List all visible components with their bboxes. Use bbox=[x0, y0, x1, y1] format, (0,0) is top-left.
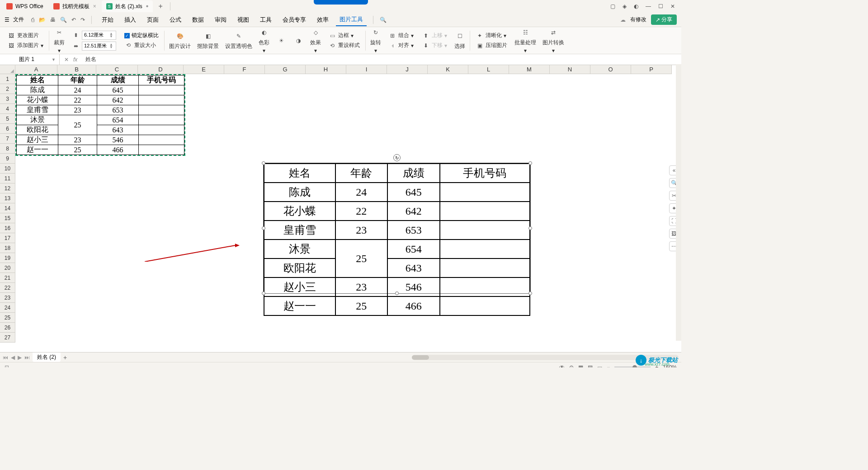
file-menu[interactable]: 文件 bbox=[13, 16, 24, 24]
row-header[interactable]: 3 bbox=[0, 94, 15, 104]
border-button[interactable]: ▭边框▾ bbox=[328, 32, 360, 40]
resize-handle[interactable] bbox=[262, 161, 265, 165]
row-header[interactable]: 20 bbox=[0, 263, 15, 273]
cell[interactable]: 姓名 bbox=[17, 75, 58, 85]
resize-handle[interactable] bbox=[528, 161, 532, 165]
contrast-button[interactable]: ◑ bbox=[291, 35, 306, 46]
resize-handle[interactable] bbox=[395, 291, 399, 295]
page-view-icon[interactable]: ▤ bbox=[588, 364, 593, 368]
row-header[interactable]: 6 bbox=[0, 124, 15, 134]
name-box[interactable]: 图片 1▼ bbox=[15, 54, 60, 65]
tab-file[interactable]: S姓名 (2).xls• bbox=[102, 0, 153, 12]
menu-start[interactable]: 开始 bbox=[98, 14, 117, 26]
row-header[interactable]: 1 bbox=[0, 74, 15, 84]
cell[interactable]: 25 bbox=[58, 145, 97, 155]
color-button[interactable]: ◐色彩▾ bbox=[257, 27, 271, 54]
col-header[interactable]: L bbox=[468, 65, 509, 74]
lock-ratio-checkbox[interactable]: ✓锁定纵横比 bbox=[124, 32, 159, 39]
menu-tools[interactable]: 工具 bbox=[256, 14, 275, 26]
col-header[interactable]: K bbox=[428, 65, 468, 74]
close-button[interactable]: ✕ bbox=[670, 3, 675, 9]
select-all-corner[interactable]: ◢ bbox=[0, 65, 15, 74]
cell[interactable] bbox=[139, 85, 184, 95]
row-header[interactable]: 10 bbox=[0, 164, 15, 174]
reset-style-button[interactable]: ⟲重设样式 bbox=[328, 42, 360, 50]
row-header[interactable]: 18 bbox=[0, 243, 15, 253]
menu-member[interactable]: 会员专享 bbox=[279, 14, 310, 26]
vertical-scrollbar[interactable] bbox=[676, 64, 681, 341]
eye-icon[interactable]: 👁 bbox=[559, 364, 565, 368]
rotate-handle[interactable]: ↻ bbox=[393, 154, 401, 161]
cell[interactable]: 赵一一 bbox=[17, 145, 58, 155]
col-header[interactable]: O bbox=[590, 65, 631, 74]
cell[interactable]: 手机号码 bbox=[139, 75, 184, 85]
select-button[interactable]: ☐选择 bbox=[453, 31, 467, 50]
status-icon[interactable]: ⊡ bbox=[5, 364, 9, 368]
row-header[interactable]: 7 bbox=[0, 134, 15, 144]
tab-template[interactable]: 找稻壳模板× bbox=[49, 1, 101, 12]
cell[interactable]: 466 bbox=[97, 145, 139, 155]
scroll-thumb[interactable] bbox=[412, 355, 429, 360]
cell[interactable]: 22 bbox=[58, 95, 97, 105]
cell[interactable]: 653 bbox=[97, 105, 139, 115]
cell[interactable]: 陈成 bbox=[17, 85, 58, 95]
cell[interactable]: 成绩 bbox=[97, 75, 139, 85]
row-header[interactable]: 16 bbox=[0, 223, 15, 233]
menu-view[interactable]: 视图 bbox=[234, 14, 253, 26]
print-icon[interactable]: 🖶 bbox=[50, 17, 56, 23]
col-header[interactable]: D bbox=[138, 65, 184, 74]
grid-view-icon[interactable]: ▦ bbox=[578, 364, 583, 368]
col-header[interactable]: F bbox=[224, 65, 265, 74]
row-header[interactable]: 25 bbox=[0, 313, 15, 323]
col-header[interactable]: M bbox=[509, 65, 550, 74]
row-header[interactable]: 8 bbox=[0, 144, 15, 154]
cell[interactable]: 546 bbox=[97, 135, 139, 145]
cell[interactable]: 欧阳花 bbox=[17, 125, 58, 135]
height-input[interactable]: 6.12厘米▲▼ bbox=[82, 31, 116, 40]
row-header[interactable]: 27 bbox=[0, 333, 15, 343]
resize-handle[interactable] bbox=[262, 226, 265, 230]
add-pic-button[interactable]: 🖼添加图片▾ bbox=[7, 42, 43, 50]
row-header[interactable]: 26 bbox=[0, 323, 15, 333]
col-header[interactable]: J bbox=[387, 65, 428, 74]
width-input[interactable]: 12.51厘米▲▼ bbox=[82, 42, 116, 51]
cell[interactable] bbox=[139, 145, 184, 155]
col-header[interactable]: P bbox=[631, 65, 672, 74]
first-sheet-icon[interactable]: ⏮ bbox=[3, 354, 8, 361]
col-header[interactable]: H bbox=[306, 65, 346, 74]
row-header[interactable]: 5 bbox=[0, 114, 15, 124]
col-header[interactable]: E bbox=[184, 65, 224, 74]
box-icon[interactable]: ▢ bbox=[610, 3, 615, 9]
close-icon[interactable]: × bbox=[93, 3, 96, 9]
menu-formula[interactable]: 公式 bbox=[166, 14, 185, 26]
cell[interactable]: 645 bbox=[97, 85, 139, 95]
maximize-button[interactable]: ☐ bbox=[658, 3, 663, 9]
convert-button[interactable]: ⇄图片转换▾ bbox=[541, 27, 566, 54]
next-sheet-icon[interactable]: ▶ bbox=[18, 354, 22, 361]
user-icon[interactable]: ◐ bbox=[634, 3, 638, 9]
row-header[interactable]: 11 bbox=[0, 174, 15, 183]
menu-efficiency[interactable]: 效率 bbox=[313, 14, 332, 26]
fx-icon[interactable]: fx bbox=[73, 56, 77, 63]
menu-page[interactable]: 页面 bbox=[143, 14, 162, 26]
row-header[interactable]: 2 bbox=[0, 84, 15, 94]
row-header[interactable]: 12 bbox=[0, 183, 15, 193]
effect-button[interactable]: ◇效果▾ bbox=[308, 27, 323, 54]
row-header[interactable]: 19 bbox=[0, 253, 15, 263]
picture-object[interactable]: ↻ 姓名年龄成绩手机号码 陈成24645 花小蝶22642 皇甫雪23653 沐… bbox=[263, 163, 531, 294]
zoom-out-button[interactable]: − bbox=[607, 364, 610, 368]
cell[interactable]: 皇甫雪 bbox=[17, 105, 58, 115]
cell[interactable]: 643 bbox=[97, 125, 139, 135]
cell[interactable]: 642 bbox=[97, 95, 139, 105]
prev-sheet-icon[interactable]: ◀ bbox=[11, 354, 15, 361]
group-button[interactable]: ⊞组合▾ bbox=[388, 32, 414, 40]
reset-size-button[interactable]: ⟲重设大小 bbox=[124, 41, 159, 49]
menu-icon[interactable]: ☰ bbox=[5, 17, 9, 23]
cell[interactable]: 沐景 bbox=[17, 115, 58, 125]
cell[interactable]: 23 bbox=[58, 135, 97, 145]
minimize-button[interactable]: — bbox=[646, 3, 651, 9]
open-icon[interactable]: 📂 bbox=[39, 17, 46, 23]
cell[interactable]: 赵小三 bbox=[17, 135, 58, 145]
col-header[interactable]: C bbox=[96, 65, 138, 74]
cancel-icon[interactable]: ✕ bbox=[64, 56, 69, 63]
